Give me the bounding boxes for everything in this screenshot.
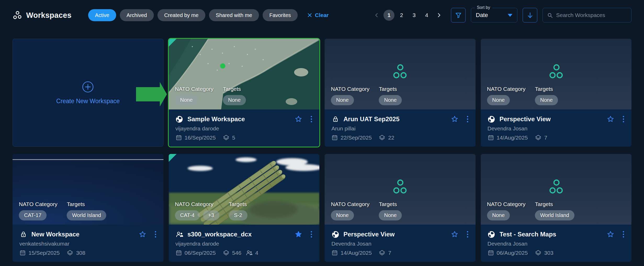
search-input[interactable] (556, 12, 627, 18)
workspace-meta: 15/Sep/2025 308 (19, 250, 157, 256)
target-chip: World Island (535, 210, 574, 220)
workspace-card[interactable]: NATO Category None Targets None (325, 39, 476, 147)
target-chip: S-2 (229, 210, 247, 220)
page-prev-button[interactable] (371, 10, 382, 20)
filter-chip-favorites[interactable]: Favorites (263, 9, 298, 21)
page-3-button[interactable]: 3 (409, 10, 420, 21)
workspace-meta: 16/Sep/2025 5 (176, 134, 313, 141)
more-options-button[interactable] (310, 231, 313, 238)
sort-direction-button[interactable] (523, 8, 537, 23)
workspace-meta: 14/Aug/2025 7 (488, 134, 625, 141)
favorite-star-button[interactable] (295, 115, 302, 123)
more-options-button[interactable] (466, 115, 469, 123)
more-options-button[interactable] (622, 115, 625, 123)
target-chip: None (379, 95, 402, 105)
globe-icon (331, 231, 339, 238)
map-marker-dot (220, 63, 225, 69)
workspace-thumbnail: NATO Category CAT-4+3 Targets S-2 (169, 154, 320, 225)
workspace-owner: vijayendra darode (176, 125, 313, 132)
layer-count: 546 (232, 250, 241, 256)
nato-category-label: NATO Category (487, 86, 526, 92)
header: Workspaces Active Archived Created by me… (0, 0, 644, 23)
card-footer: New Workspace venkateshsivakumar (13, 225, 163, 262)
workspace-title: s300_workspace_dcx (188, 231, 295, 238)
workspace-date: 06/Aug/2025 (497, 250, 528, 256)
more-options-button[interactable] (310, 115, 313, 123)
favorite-star-button[interactable] (139, 230, 146, 238)
favorite-star-button[interactable] (607, 230, 614, 238)
star-icon (451, 230, 459, 238)
calendar-icon (488, 250, 494, 256)
workspace-thumbnail: NATO Category CAT-17 Targets World Islan… (13, 154, 163, 225)
thumbnail-tags: NATO Category None Targets World Island (487, 201, 626, 220)
more-options-button[interactable] (466, 231, 469, 238)
chevron-left-icon (374, 12, 380, 18)
card-footer: s300_workspace_dcx vijayendra darode (169, 225, 320, 262)
workspace-card[interactable]: NATO Category None Targets World Island (481, 154, 632, 262)
lock-icon (19, 231, 27, 238)
sort-by-dropdown[interactable]: Sort by Date (471, 8, 517, 23)
workspace-date: 22/Sep/2025 (341, 135, 372, 141)
workspace-thumbnail: NATO Category None Targets None (325, 154, 476, 225)
filter-chip-active[interactable]: Active (88, 9, 116, 21)
favorite-star-button[interactable] (295, 230, 302, 238)
page-next-button[interactable] (434, 10, 444, 20)
nato-category-label: NATO Category (19, 201, 57, 207)
workspace-meta: 22/Sep/2025 22 (331, 134, 469, 141)
workspace-card[interactable]: NATO Category None Targets None (169, 39, 320, 147)
lock-icon (331, 116, 339, 123)
members-group: 4 (246, 250, 258, 256)
layer-count: 7 (544, 135, 547, 141)
calendar-icon (331, 250, 338, 256)
nato-category-label: NATO Category (331, 86, 369, 92)
corner-flag-icon (169, 154, 177, 162)
workspaces-page: Workspaces Active Archived Created by me… (0, 0, 644, 266)
workspace-card[interactable]: NATO Category CAT-17 Targets World Islan… (13, 154, 163, 262)
filter-chip-archived[interactable]: Archived (120, 9, 154, 21)
globe-icon (176, 115, 183, 123)
layer-count: 22 (388, 135, 394, 141)
filter-chip-shared-with-me[interactable]: Shared with me (209, 9, 259, 21)
targets-label: Targets (379, 201, 397, 207)
clear-filters-button[interactable]: Clear (307, 12, 329, 18)
workspace-date: 14/Aug/2025 (497, 135, 528, 141)
workspace-placeholder-icon (391, 179, 409, 195)
nato-chip: None (487, 210, 510, 220)
globe-icon (488, 115, 495, 123)
target-chip: None (379, 210, 402, 220)
workspace-title: New Workspace (31, 231, 139, 238)
layers-icon (379, 134, 386, 141)
filter-button[interactable] (451, 8, 466, 23)
favorite-star-button[interactable] (451, 115, 459, 123)
targets-label: Targets (67, 201, 85, 207)
workspace-date: 15/Sep/2025 (29, 250, 60, 256)
kebab-menu-icon (466, 115, 469, 123)
workspace-card[interactable]: NATO Category None Targets None (325, 154, 476, 262)
workspace-title: Test - Search Maps (500, 231, 607, 238)
more-options-button[interactable] (154, 231, 157, 238)
workspace-owner: Devendra Josan (488, 125, 625, 132)
workspace-placeholder-icon (391, 64, 409, 80)
page-1-button[interactable]: 1 (383, 10, 394, 21)
page-4-button[interactable]: 4 (421, 10, 432, 21)
workspace-thumbnail: NATO Category None Targets None (325, 39, 476, 109)
layer-count: 303 (544, 250, 553, 256)
workspace-owner: vijayendra darode (176, 241, 313, 247)
workspace-meta: 06/Aug/2025 303 (488, 250, 625, 256)
workspace-date: 16/Sep/2025 (185, 135, 216, 141)
card-footer: Sample Workspace vijayendra darode (169, 109, 320, 147)
more-options-button[interactable] (622, 231, 625, 238)
workspace-meta: 14/Aug/2025 7 (331, 250, 469, 256)
sort-by-value: Date (476, 12, 488, 19)
workspace-card[interactable]: NATO Category None Targets None (481, 39, 632, 147)
page-2-button[interactable]: 2 (396, 10, 407, 21)
workspace-meta: 06/Sep/2025 546 4 (176, 250, 313, 256)
filter-chip-created-by-me[interactable]: Created by me (157, 9, 205, 21)
thumbnail-tags: NATO Category None Targets None (331, 86, 470, 105)
search-icon (547, 12, 553, 19)
workspace-thumbnail: NATO Category None Targets None (481, 39, 632, 109)
map-grid-line (13, 159, 163, 160)
workspace-card[interactable]: NATO Category CAT-4+3 Targets S-2 (169, 154, 320, 262)
favorite-star-button[interactable] (451, 230, 459, 238)
favorite-star-button[interactable] (607, 115, 614, 123)
